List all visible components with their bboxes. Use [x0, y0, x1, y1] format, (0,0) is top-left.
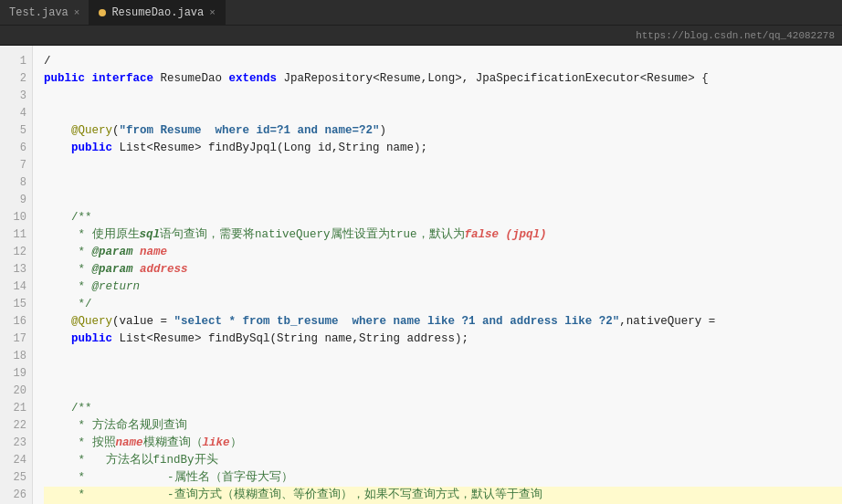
code-body[interactable]: / public interface ResumeDao extends Jpa…	[33, 46, 842, 504]
url-bar: https://blog.csdn.net/qq_42082278	[0, 26, 842, 46]
tab-resumedao-java-label: ResumeDao.java	[111, 6, 204, 19]
code-editor: 1 2 3 4 5 6 7 8 9 10 11 12 13 14 15 16 1…	[0, 46, 842, 504]
tab-bar: Test.java × ResumeDao.java ×	[0, 0, 842, 26]
tab-test-java-close[interactable]: ×	[74, 7, 80, 18]
line-numbers: 1 2 3 4 5 6 7 8 9 10 11 12 13 14 15 16 1…	[0, 46, 33, 504]
tab-resumedao-java-close[interactable]: ×	[209, 7, 216, 18]
modified-dot-icon	[99, 9, 106, 16]
tab-test-java[interactable]: Test.java ×	[0, 0, 89, 25]
tab-resumedao-java[interactable]: ResumeDao.java ×	[89, 0, 225, 25]
tab-test-java-label: Test.java	[9, 6, 68, 19]
url-text: https://blog.csdn.net/qq_42082278	[636, 30, 835, 41]
